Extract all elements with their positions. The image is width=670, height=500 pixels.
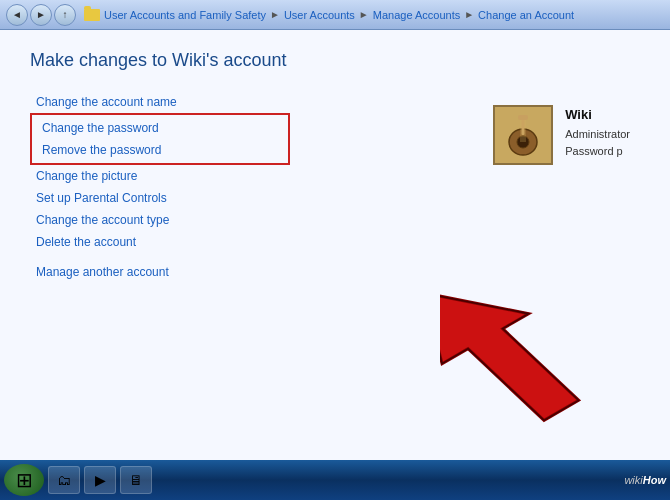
play-icon: ▶ (95, 472, 106, 488)
breadcrumb-change-account[interactable]: Change an Account (478, 9, 574, 21)
user-details: Wiki Administrator Password p (565, 105, 630, 161)
user-role: Administrator (565, 126, 630, 144)
avatar (493, 105, 553, 165)
breadcrumb-user-accounts[interactable]: User Accounts (284, 9, 355, 21)
title-bar: ◄ ► ↑ User Accounts and Family Safety ► … (0, 0, 670, 30)
up-icon: ↑ (63, 9, 68, 20)
link-parental-controls[interactable]: Set up Parental Controls (30, 187, 290, 209)
svg-rect-3 (518, 115, 528, 120)
forward-icon: ► (36, 9, 46, 20)
back-button[interactable]: ◄ (6, 4, 28, 26)
arrow-cursor-graphic (440, 236, 620, 440)
nav-buttons: ◄ ► ↑ (6, 4, 76, 26)
user-name: Wiki (565, 105, 630, 126)
forward-button[interactable]: ► (30, 4, 52, 26)
content-area: Make changes to Wiki's account Change th… (0, 30, 670, 460)
breadcrumb-user-accounts-family[interactable]: User Accounts and Family Safety (104, 9, 266, 21)
link-remove-password[interactable]: Remove the password (36, 139, 284, 161)
user-status: Password p (565, 143, 630, 161)
windows-logo-icon: ⊞ (16, 468, 33, 492)
link-change-name[interactable]: Change the account name (30, 91, 290, 113)
up-button[interactable]: ↑ (54, 4, 76, 26)
computer-icon: 🖥 (129, 472, 143, 488)
links-panel: Change the account name Change the passw… (30, 91, 290, 283)
taskbar-computer-icon[interactable]: 🖥 (120, 466, 152, 494)
guitar-icon (498, 110, 548, 160)
link-change-picture[interactable]: Change the picture (30, 165, 290, 187)
wikihow-suffix: How (643, 474, 666, 486)
wikihow-badge: wikiHow (624, 474, 666, 486)
breadcrumb: User Accounts and Family Safety ► User A… (104, 9, 664, 21)
highlighted-links-box: Change the password Remove the password (30, 113, 290, 165)
link-change-password[interactable]: Change the password (36, 117, 284, 139)
link-manage-another[interactable]: Manage another account (30, 261, 290, 283)
page-title: Make changes to Wiki's account (30, 50, 640, 71)
start-button[interactable]: ⊞ (4, 464, 44, 496)
breadcrumb-sep-2: ► (359, 9, 369, 20)
link-delete-account[interactable]: Delete the account (30, 231, 290, 253)
red-arrow-svg (440, 236, 620, 436)
taskbar: ⊞ 🗂 ▶ 🖥 wikiHow (0, 460, 670, 500)
wikihow-prefix: wiki (624, 474, 642, 486)
main-window: Make changes to Wiki's account Change th… (0, 30, 670, 460)
folder-icon: 🗂 (57, 472, 71, 488)
breadcrumb-sep-3: ► (464, 9, 474, 20)
link-change-type[interactable]: Change the account type (30, 209, 290, 231)
user-info-panel: Wiki Administrator Password p (493, 105, 630, 165)
folder-icon (84, 9, 100, 21)
svg-marker-7 (440, 253, 579, 436)
breadcrumb-manage-accounts[interactable]: Manage Accounts (373, 9, 460, 21)
taskbar-media-icon[interactable]: ▶ (84, 466, 116, 494)
breadcrumb-sep-1: ► (270, 9, 280, 20)
back-icon: ◄ (12, 9, 22, 20)
taskbar-folder-icon[interactable]: 🗂 (48, 466, 80, 494)
